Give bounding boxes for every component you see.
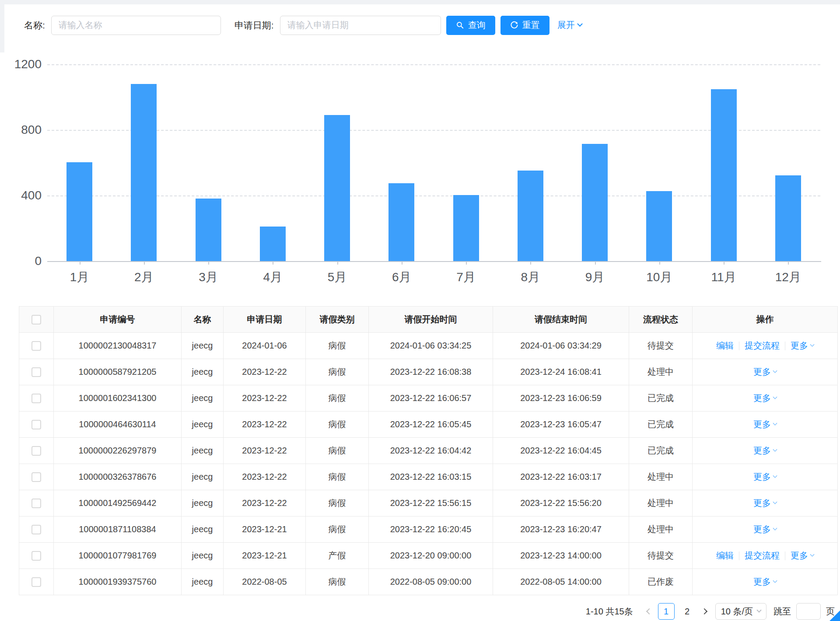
cell-type: 病假 (306, 412, 369, 438)
leave-request-table: 申请编号名称申请日期请假类别请假开始时间请假结束时间流程状态操作 1000002… (19, 306, 838, 595)
action-link-1[interactable]: 编辑 (716, 550, 734, 562)
page-size-select[interactable]: 10 条/页 (715, 603, 766, 620)
cell-status: 已作废 (629, 569, 693, 595)
action-link-3[interactable]: 更多 (791, 550, 814, 562)
chevron-down-icon (773, 579, 777, 583)
row-checkbox[interactable] (32, 367, 41, 377)
select-all-checkbox[interactable] (32, 315, 41, 324)
action-label: 编辑 (716, 550, 734, 562)
cell-id: 1000000587921205 (54, 359, 182, 385)
x-axis-tick (788, 262, 789, 265)
bar-cell (756, 64, 820, 261)
row-select-cell (19, 333, 54, 359)
cell-end: 2024-01-06 03:34:29 (493, 333, 629, 359)
action-link-1[interactable]: 更多 (753, 523, 777, 535)
row-checkbox[interactable] (32, 446, 41, 456)
action-link-1[interactable]: 更多 (753, 497, 777, 509)
row-actions: 更多 (695, 392, 835, 404)
bar-cell (369, 64, 434, 261)
bar-12月 (775, 175, 801, 261)
row-checkbox[interactable] (32, 472, 41, 482)
bar-2月 (131, 84, 157, 261)
row-select-cell (19, 464, 54, 490)
cell-end: 2023-12-23 16:05:47 (493, 412, 629, 438)
x-axis-label: 7月 (434, 269, 498, 286)
x-axis-tick (80, 262, 80, 265)
page-top-edge (0, 0, 840, 4)
action-link-2[interactable]: 提交流程 (745, 550, 780, 562)
action-link-1[interactable]: 编辑 (716, 340, 734, 352)
jump-page-input[interactable] (796, 603, 821, 620)
next-page-button[interactable] (698, 604, 711, 619)
x-axis-label: 3月 (176, 269, 241, 286)
cell-status: 处理中 (629, 359, 693, 385)
cell-type: 病假 (306, 359, 369, 385)
x-axis-label: 8月 (498, 269, 563, 286)
x-axis-tick (466, 262, 467, 265)
cell-end: 2023-12-22 16:03:17 (493, 464, 629, 490)
table-row: 1000000464630114jeecg2023-12-22病假2023-12… (19, 412, 838, 438)
action-separator (739, 551, 739, 560)
cell-date: 2023-12-22 (224, 359, 306, 385)
x-axis-tick (208, 262, 209, 265)
chevron-down-icon (756, 608, 761, 613)
x-axis-tick (530, 262, 531, 265)
row-checkbox[interactable] (32, 525, 41, 534)
row-checkbox[interactable] (32, 341, 41, 351)
table-header-row: 申请编号名称申请日期请假类别请假开始时间请假结束时间流程状态操作 (19, 307, 838, 333)
name-input[interactable] (51, 16, 221, 35)
cell-actions: 更多 (693, 359, 838, 385)
expand-link[interactable]: 展开 (557, 19, 582, 31)
pagination-total-text: 1-10 共15条 (586, 606, 633, 618)
monthly-bar-chart: 04008001200 1月2月3月4月5月6月7月8月9月10月11月12月 (0, 52, 840, 291)
reset-button[interactable]: 重置 (500, 16, 550, 35)
row-select-cell (19, 569, 54, 595)
chevron-down-icon (773, 526, 777, 530)
row-checkbox[interactable] (32, 420, 41, 429)
y-axis-tick-label: 1200 (0, 57, 42, 71)
action-link-2[interactable]: 提交流程 (745, 340, 780, 352)
action-link-3[interactable]: 更多 (791, 340, 814, 352)
row-actions: 编辑提交流程更多 (695, 340, 835, 352)
column-header: 名称 (182, 307, 224, 333)
cell-name: jeecg (182, 412, 224, 438)
action-label: 更多 (791, 550, 808, 562)
bar-cell (563, 64, 627, 261)
action-link-1[interactable]: 更多 (753, 419, 777, 430)
bar-cell (434, 64, 498, 261)
cell-actions: 更多 (693, 464, 838, 490)
search-bar: 名称: 申请日期: 查询 重置 展开 (4, 4, 840, 46)
page-button-2[interactable]: 2 (679, 603, 696, 620)
chevron-right-icon (701, 608, 707, 614)
cell-start: 2023-12-22 16:04:42 (369, 438, 493, 464)
cell-date: 2022-08-05 (224, 569, 306, 595)
cell-type: 病假 (306, 385, 369, 412)
action-link-1[interactable]: 更多 (753, 366, 777, 378)
bar-7月 (453, 195, 479, 261)
bar-cell (498, 64, 563, 261)
page-button-1[interactable]: 1 (658, 603, 675, 620)
row-checkbox[interactable] (32, 577, 41, 587)
row-checkbox[interactable] (32, 551, 41, 561)
action-link-1[interactable]: 更多 (753, 471, 777, 483)
apply-date-input[interactable] (280, 16, 441, 35)
cell-start: 2024-01-06 03:34:25 (369, 333, 493, 359)
cell-name: jeecg (182, 490, 224, 516)
cell-end: 2022-08-05 14:00:00 (493, 569, 629, 595)
action-link-1[interactable]: 更多 (753, 576, 777, 588)
chevron-down-icon (773, 447, 777, 452)
bar-cell (627, 64, 691, 261)
x-axis-label: 1月 (47, 269, 112, 286)
cell-id: 1000001939375760 (54, 569, 182, 595)
action-link-1[interactable]: 更多 (753, 445, 777, 457)
prev-page-button[interactable] (643, 604, 656, 619)
row-select-cell (19, 490, 54, 516)
x-axis-labels: 1月2月3月4月5月6月7月8月9月10月11月12月 (47, 269, 820, 286)
chevron-down-icon (773, 474, 777, 478)
query-button[interactable]: 查询 (446, 16, 495, 35)
row-checkbox[interactable] (32, 394, 41, 403)
cell-date: 2023-12-21 (224, 543, 306, 569)
bar-cell (305, 64, 369, 261)
row-checkbox[interactable] (32, 499, 41, 508)
action-link-1[interactable]: 更多 (753, 392, 777, 404)
